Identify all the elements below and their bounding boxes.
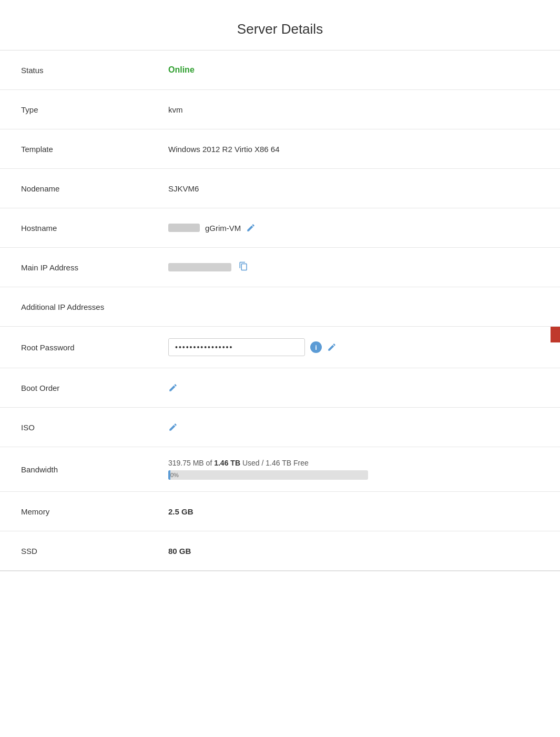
row-type: Type kvm [0, 90, 560, 129]
bandwidth-bar: 0% [168, 470, 368, 480]
row-nodename: Nodename SJKVM6 [0, 169, 560, 208]
status-badge: Online [168, 65, 195, 75]
row-additional-ip: Additional IP Addresses [0, 287, 560, 327]
bandwidth-used: 319.75 MB [168, 459, 204, 467]
copy-password-button[interactable] [551, 327, 560, 342]
row-memory: Memory 2.5 GB [0, 492, 560, 531]
label-root-password: Root Password [21, 343, 168, 352]
value-type: kvm [168, 105, 539, 114]
bandwidth-free-label: Free [293, 459, 309, 467]
label-status: Status [21, 66, 168, 75]
hostname-edit-icon[interactable] [246, 223, 256, 233]
page-title: Server Details [0, 11, 560, 50]
pencil-svg-4 [168, 422, 178, 432]
value-iso [168, 422, 539, 432]
template-text: Windows 2012 R2 Virtio X86 64 [168, 145, 280, 154]
password-edit-icon[interactable] [327, 342, 337, 352]
label-nodename: Nodename [21, 184, 168, 193]
row-boot-order: Boot Order [0, 368, 560, 408]
copy-svg [239, 261, 248, 271]
bandwidth-bar-fill: 0% [168, 470, 170, 480]
ssd-text: 80 GB [168, 547, 191, 556]
bandwidth-free: 1.46 TB [266, 459, 291, 467]
boot-order-edit-icon[interactable] [168, 383, 178, 392]
hostname-blurred-part [168, 224, 200, 232]
row-template: Template Windows 2012 R2 Virtio X86 64 [0, 129, 560, 169]
password-info-icon[interactable]: i [310, 341, 322, 353]
value-memory: 2.5 GB [168, 507, 539, 516]
ip-copy-icon[interactable] [239, 261, 248, 274]
bandwidth-text-container: 319.75 MB of 1.46 TB Used / 1.46 TB Free… [168, 459, 368, 480]
label-main-ip: Main IP Address [21, 263, 168, 272]
bottom-divider [0, 571, 560, 571]
value-nodename: SJKVM6 [168, 184, 539, 193]
value-bandwidth: 319.75 MB of 1.46 TB Used / 1.46 TB Free… [168, 459, 539, 480]
value-boot-order [168, 383, 539, 392]
nodename-text: SJKVM6 [168, 184, 199, 193]
bandwidth-percent: 0% [170, 472, 179, 478]
bandwidth-text-line: 319.75 MB of 1.46 TB Used / 1.46 TB Free [168, 459, 368, 467]
value-root-password: i [168, 338, 539, 356]
type-text: kvm [168, 105, 183, 114]
bandwidth-of: of [206, 459, 215, 467]
pencil-svg [246, 223, 256, 233]
value-status: Online [168, 65, 539, 75]
label-additional-ip: Additional IP Addresses [21, 302, 168, 311]
label-type: Type [21, 105, 168, 114]
label-iso: ISO [21, 423, 168, 432]
bandwidth-used-label: Used / [242, 459, 266, 467]
hostname-text: gGrim-VM [205, 224, 241, 233]
bandwidth-total: 1.46 TB [214, 459, 240, 467]
password-input[interactable] [168, 338, 305, 356]
pencil-svg-3 [168, 383, 178, 392]
iso-edit-icon[interactable] [168, 422, 178, 432]
row-ssd: SSD 80 GB [0, 531, 560, 571]
row-root-password: Root Password i [0, 327, 560, 368]
row-main-ip: Main IP Address [0, 248, 560, 287]
label-memory: Memory [21, 507, 168, 516]
page-container: Server Details Status Online Type kvm Te… [0, 0, 560, 737]
row-iso: ISO [0, 408, 560, 447]
label-bandwidth: Bandwidth [21, 465, 168, 474]
label-template: Template [21, 145, 168, 154]
label-hostname: Hostname [21, 224, 168, 233]
label-boot-order: Boot Order [21, 383, 168, 392]
ip-blurred [168, 263, 231, 271]
value-template: Windows 2012 R2 Virtio X86 64 [168, 145, 539, 154]
value-main-ip [168, 261, 539, 274]
row-status: Status Online [0, 51, 560, 90]
label-ssd: SSD [21, 547, 168, 556]
row-bandwidth: Bandwidth 319.75 MB of 1.46 TB Used / 1.… [0, 447, 560, 492]
value-ssd: 80 GB [168, 547, 539, 556]
row-hostname: Hostname gGrim-VM [0, 208, 560, 248]
pencil-svg-2 [327, 342, 337, 352]
memory-text: 2.5 GB [168, 507, 194, 516]
value-hostname: gGrim-VM [168, 223, 539, 233]
